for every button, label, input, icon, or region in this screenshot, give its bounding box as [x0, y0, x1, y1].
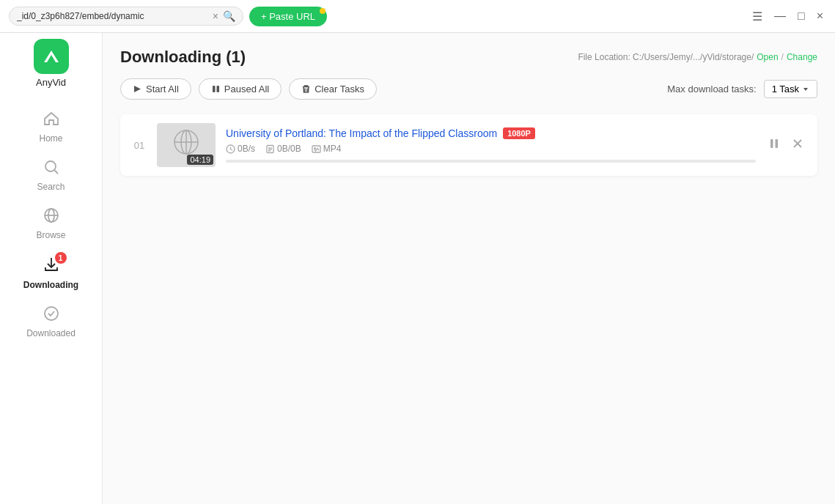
download-list: 01 04:19 University of Portland: [120, 114, 817, 176]
item-title: University of Portland: The Impact of th… [226, 127, 497, 139]
start-all-button[interactable]: Start All [120, 78, 191, 100]
logo-icon [34, 39, 69, 74]
maximize-button[interactable]: □ [795, 8, 808, 24]
browse-icon [43, 207, 60, 229]
max-tasks-label: Max download tasks: [667, 84, 756, 94]
minimize-button[interactable]: — [771, 8, 789, 24]
max-tasks-value: 1 Task [772, 84, 799, 94]
app-body: AnyVid Home Search [0, 33, 835, 504]
item-info: University of Portland: The Impact of th… [226, 127, 756, 163]
downloading-icon: 1 [42, 255, 61, 278]
downloaded-icon [43, 305, 60, 327]
home-icon [43, 110, 60, 132]
paused-all-label: Paused All [224, 84, 269, 94]
main-content: Downloading (1) File Location: C:/Users/… [103, 33, 835, 504]
menu-button[interactable]: ☰ [749, 8, 765, 25]
close-button[interactable]: × [814, 8, 826, 24]
separator: / [781, 52, 784, 62]
sidebar-item-downloading[interactable]: 1 Downloading [0, 248, 102, 297]
svg-rect-7 [216, 86, 219, 92]
progress-bar-wrap [226, 160, 756, 163]
change-link[interactable]: Change [787, 52, 817, 62]
clear-tasks-button[interactable]: Clear Tasks [289, 78, 377, 100]
open-link[interactable]: Open [757, 52, 778, 62]
sidebar-item-home-label: Home [39, 133, 62, 144]
sidebar-item-search[interactable]: Search [0, 151, 102, 199]
svg-rect-20 [776, 139, 779, 148]
item-size: 0B/0B [265, 144, 301, 154]
item-title-row: University of Portland: The Impact of th… [226, 127, 756, 139]
sidebar-item-downloaded[interactable]: Downloaded [0, 297, 102, 346]
sidebar-item-downloaded-label: Downloaded [26, 328, 76, 338]
quality-badge: 1080P [503, 127, 535, 139]
page-title: Downloading (1) [120, 48, 246, 67]
svg-point-18 [314, 147, 315, 149]
start-all-label: Start All [146, 84, 179, 94]
svg-rect-6 [213, 86, 216, 92]
item-number: 01 [132, 140, 147, 151]
url-text: _id/0_z3p6h827/embed/dynamic [17, 11, 208, 21]
sidebar: AnyVid Home Search [0, 33, 103, 504]
app-logo: AnyVid [34, 39, 69, 88]
app-name: AnyVid [36, 77, 66, 88]
search-nav-icon [43, 158, 60, 180]
remove-button[interactable] [790, 136, 806, 155]
sidebar-item-browse[interactable]: Browse [0, 199, 102, 248]
item-speed: 0B/s [226, 144, 255, 154]
svg-point-0 [45, 161, 56, 171]
url-close-button[interactable]: × [213, 11, 218, 21]
table-row: 01 04:19 University of Portland: [120, 114, 817, 176]
titlebar: _id/0_z3p6h827/embed/dynamic × 🔍 + Paste… [0, 0, 835, 33]
notification-dot [320, 8, 325, 14]
item-format: MP4 [312, 144, 342, 154]
item-actions [766, 136, 806, 155]
clear-tasks-label: Clear Tasks [314, 84, 364, 94]
pause-button[interactable] [766, 136, 782, 155]
toolbar: Start All Paused All Clear Tasks Max dow… [120, 78, 817, 100]
url-bar: _id/0_z3p6h827/embed/dynamic × 🔍 [9, 7, 243, 26]
content-header: Downloading (1) File Location: C:/Users/… [120, 48, 817, 67]
file-location: File Location: C:/Users/Jemy/.../yVid/st… [578, 52, 817, 62]
item-duration: 04:19 [187, 155, 213, 165]
max-tasks-select[interactable]: 1 Task [764, 80, 817, 98]
sidebar-item-downloading-label: Downloading [23, 280, 78, 290]
paused-all-button[interactable]: Paused All [199, 78, 282, 100]
sidebar-item-home[interactable]: Home [0, 103, 102, 151]
svg-line-1 [54, 171, 58, 174]
sidebar-item-browse-label: Browse [36, 230, 65, 240]
downloading-badge: 1 [55, 252, 67, 264]
file-location-prefix: File Location: C:/Users/Jemy/.../yVid/st… [578, 52, 754, 62]
search-icon[interactable]: 🔍 [223, 10, 235, 22]
item-meta: 0B/s 0B/0B [226, 144, 756, 154]
window-controls: ☰ — □ × [749, 8, 826, 25]
sidebar-item-search-label: Search [37, 182, 65, 192]
paste-url-button[interactable]: + Paste URL [249, 7, 327, 26]
svg-rect-19 [770, 139, 773, 148]
item-thumbnail: 04:19 [157, 123, 216, 167]
svg-point-5 [45, 307, 58, 320]
